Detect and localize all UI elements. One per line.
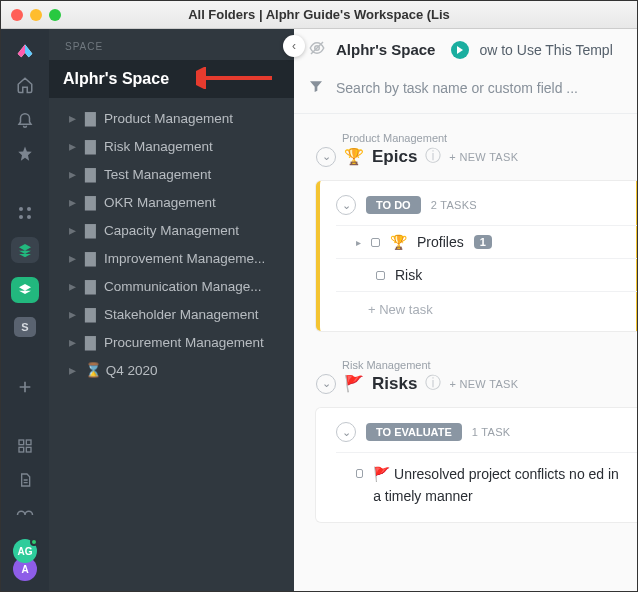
list-group: Risk Management⌄🚩Risksⓘ+ NEW TASK⌄TO EVA… <box>316 359 637 522</box>
doc-icon[interactable] <box>14 470 36 490</box>
breadcrumb: Alphr's Space ow to Use This Templ <box>294 29 637 70</box>
status-count: 1 TASK <box>472 426 511 438</box>
collapse-icon[interactable]: ⌄ <box>316 374 336 394</box>
group-title[interactable]: Risks <box>372 374 417 394</box>
task-row[interactable]: ▸🏆Profiles1 <box>336 225 637 258</box>
sidebar-item[interactable]: ▸⌛ Q4 2020 <box>49 356 294 384</box>
space-title[interactable]: Alphr's Space <box>49 60 294 98</box>
folder-icon: ▇ <box>85 250 96 266</box>
close-window-button[interactable] <box>11 9 23 21</box>
sidebar-item-label: Improvement Manageme... <box>104 251 265 266</box>
task-name: Profiles <box>417 234 464 250</box>
list-group: Product Management⌄🏆Epicsⓘ+ NEW TASK⌄TO … <box>316 132 637 331</box>
caret-icon: ▸ <box>69 282 77 290</box>
caret-icon: ▸ <box>69 254 77 262</box>
folder-icon: ▇ <box>85 306 96 322</box>
avatar[interactable]: AG <box>13 539 37 563</box>
list-area: Product Management⌄🏆Epicsⓘ+ NEW TASK⌄TO … <box>294 114 637 522</box>
task-row[interactable]: Risk <box>336 258 637 291</box>
hidden-icon <box>308 39 326 60</box>
layers-active-icon[interactable] <box>11 277 39 303</box>
breadcrumb-title[interactable]: Alphr's Space <box>336 41 435 58</box>
task-icon: 🏆 <box>390 234 407 250</box>
caret-icon: ▸ <box>69 170 77 178</box>
task-status-square[interactable] <box>356 469 363 478</box>
group-icon: 🚩 <box>344 374 364 393</box>
workspace-badge[interactable]: S <box>14 317 36 337</box>
sidebar-item-label: Risk Management <box>104 139 213 154</box>
svg-point-0 <box>19 207 23 211</box>
breadcrumb-rest[interactable]: ow to Use This Templ <box>479 42 612 58</box>
group-title[interactable]: Epics <box>372 147 417 167</box>
info-icon[interactable]: ⓘ <box>425 373 441 394</box>
layers-icon[interactable] <box>11 237 39 263</box>
task-row[interactable]: 🚩 Unresolved project conflicts no ed in … <box>336 452 637 518</box>
svg-point-2 <box>19 215 23 219</box>
collapse-sidebar-button[interactable]: ‹ <box>283 35 305 57</box>
plus-icon[interactable] <box>14 377 36 397</box>
space-name: Alphr's Space <box>63 70 169 87</box>
folder-icon: ▇ <box>85 194 96 210</box>
home-icon[interactable] <box>14 75 36 95</box>
sidebar-item[interactable]: ▸▇Improvement Manageme... <box>49 244 294 272</box>
group-icon: 🏆 <box>344 147 364 166</box>
svg-point-3 <box>27 215 31 219</box>
sidebar-item[interactable]: ▸▇Capacity Management <box>49 216 294 244</box>
task-status-square[interactable] <box>371 238 380 247</box>
star-icon[interactable] <box>14 144 36 164</box>
minimize-window-button[interactable] <box>30 9 42 21</box>
icon-sidebar: S AG A <box>1 29 49 591</box>
filter-icon[interactable] <box>308 78 324 97</box>
collapse-icon[interactable]: ⌄ <box>336 422 356 442</box>
sidebar-item-label: Product Management <box>104 111 233 126</box>
grid-icon[interactable] <box>14 203 36 223</box>
online-dot <box>30 538 38 546</box>
group-header: ⌄🏆Epicsⓘ+ NEW TASK <box>316 146 637 167</box>
caret-icon: ▸ <box>69 114 77 122</box>
svg-rect-5 <box>26 440 31 445</box>
play-icon[interactable] <box>451 41 469 59</box>
collapse-icon[interactable]: ⌄ <box>336 195 356 215</box>
subtask-count-badge: 1 <box>474 235 492 249</box>
svg-rect-7 <box>26 447 31 452</box>
collapse-icon[interactable]: ⌄ <box>316 147 336 167</box>
dashboard-icon[interactable] <box>14 436 36 456</box>
new-task-button[interactable]: + NEW TASK <box>449 378 518 390</box>
maximize-window-button[interactable] <box>49 9 61 21</box>
record-icon[interactable] <box>14 505 36 525</box>
search-placeholder[interactable]: Search by task name or custom field ... <box>336 80 578 96</box>
info-icon[interactable]: ⓘ <box>425 146 441 167</box>
app-logo[interactable] <box>14 39 36 61</box>
sidebar-item[interactable]: ▸▇Communication Manage... <box>49 272 294 300</box>
sidebar-item[interactable]: ▸▇Procurement Management <box>49 328 294 356</box>
caret-icon: ▸ <box>356 237 361 248</box>
sidebar-item[interactable]: ▸▇Test Management <box>49 160 294 188</box>
sidebar-item-label: ⌛ Q4 2020 <box>85 362 158 378</box>
window-titlebar: All Folders | Alphr Guide's Workspace (L… <box>1 1 637 29</box>
folder-icon: ▇ <box>85 138 96 154</box>
status-header: ⌄TO EVALUATE1 TASK <box>336 416 637 452</box>
sidebar-item[interactable]: ▸▇Product Management <box>49 104 294 132</box>
window-title: All Folders | Alphr Guide's Workspace (L… <box>119 7 519 22</box>
status-pill[interactable]: TO DO <box>366 196 421 214</box>
group-eyebrow: Risk Management <box>342 359 637 371</box>
caret-icon: ▸ <box>69 226 77 234</box>
folder-icon: ▇ <box>85 222 96 238</box>
task-name: Risk <box>395 267 422 283</box>
sidebar-item[interactable]: ▸▇Stakeholder Management <box>49 300 294 328</box>
folder-icon: ▇ <box>85 278 96 294</box>
new-task-row[interactable]: + New task <box>336 291 637 327</box>
annotation-arrow <box>196 67 276 89</box>
sidebar-item-label: Communication Manage... <box>104 279 262 294</box>
avatar-stack[interactable]: AG A <box>13 539 37 581</box>
caret-icon: ▸ <box>69 310 77 318</box>
svg-rect-4 <box>19 440 24 445</box>
caret-icon: ▸ <box>69 338 77 346</box>
status-block: ⌄TO EVALUATE1 TASK🚩 Unresolved project c… <box>316 408 637 522</box>
status-pill[interactable]: TO EVALUATE <box>366 423 462 441</box>
task-status-square[interactable] <box>376 271 385 280</box>
sidebar-item[interactable]: ▸▇OKR Management <box>49 188 294 216</box>
bell-icon[interactable] <box>14 109 36 129</box>
sidebar-item[interactable]: ▸▇Risk Management <box>49 132 294 160</box>
new-task-button[interactable]: + NEW TASK <box>449 151 518 163</box>
